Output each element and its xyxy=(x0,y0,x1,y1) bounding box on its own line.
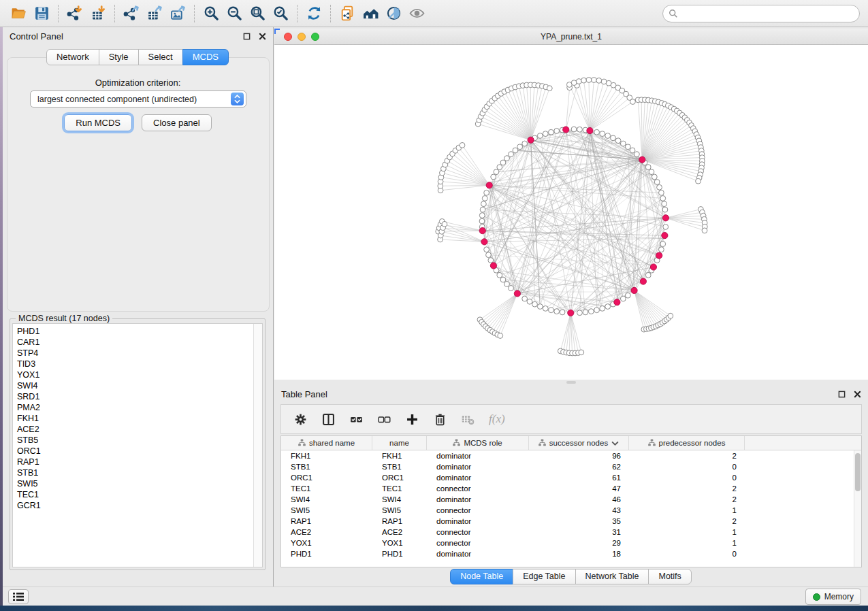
network-node[interactable] xyxy=(509,286,514,291)
network-node[interactable] xyxy=(600,306,605,311)
network-node[interactable] xyxy=(517,144,523,150)
network-node[interactable] xyxy=(460,142,465,148)
delete-button[interactable] xyxy=(433,412,447,427)
gear-button[interactable] xyxy=(293,412,308,427)
export-image-button[interactable] xyxy=(166,3,189,24)
mcds-node[interactable] xyxy=(479,228,485,234)
cell-successor-nodes[interactable]: 35 xyxy=(529,516,629,527)
close-panel-icon[interactable] xyxy=(259,33,266,40)
save-button[interactable] xyxy=(30,3,53,24)
network-node[interactable] xyxy=(645,165,651,170)
network-node[interactable] xyxy=(586,78,592,83)
network-node[interactable] xyxy=(494,169,499,175)
cell-predecessor-nodes[interactable]: 0 xyxy=(629,472,745,483)
mcds-node[interactable] xyxy=(563,127,569,133)
cell-predecessor-nodes[interactable]: 2 xyxy=(629,494,745,505)
cell-MCDS-role[interactable]: dominator xyxy=(427,494,529,505)
table-scrollbar-thumb[interactable] xyxy=(855,453,861,491)
network-node[interactable] xyxy=(554,309,560,314)
cell-MCDS-role[interactable]: dominator xyxy=(427,472,529,483)
cell-shared-name[interactable]: RAP1 xyxy=(281,516,372,527)
task-history-button[interactable] xyxy=(8,589,29,604)
table-row[interactable]: ACE2ACE2connector311 xyxy=(281,527,861,538)
mcds-node[interactable] xyxy=(656,252,662,259)
cell-shared-name[interactable]: PHD1 xyxy=(281,548,372,559)
import-network-button[interactable] xyxy=(63,3,86,24)
mcds-node[interactable] xyxy=(587,127,593,133)
network-node[interactable] xyxy=(500,277,506,282)
cell-shared-name[interactable]: ACE2 xyxy=(281,527,372,538)
network-node[interactable] xyxy=(522,296,528,301)
network-node[interactable] xyxy=(620,141,626,146)
network-node[interactable] xyxy=(668,313,673,318)
mcds-result-item[interactable]: ORC1 xyxy=(17,446,262,457)
cell-MCDS-role[interactable]: connector xyxy=(427,505,529,516)
first-neighbors-button[interactable] xyxy=(359,3,382,24)
table-row[interactable]: SWI5SWI5connector431 xyxy=(281,505,861,516)
cell-successor-nodes[interactable]: 29 xyxy=(529,538,629,548)
network-node[interactable] xyxy=(480,207,485,212)
network-node[interactable] xyxy=(658,247,664,252)
add-button[interactable] xyxy=(405,412,419,427)
cell-shared-name[interactable]: FKH1 xyxy=(281,450,372,461)
network-node[interactable] xyxy=(605,304,611,310)
cell-successor-nodes[interactable]: 43 xyxy=(529,505,629,516)
mcds-node[interactable] xyxy=(481,239,487,245)
network-node[interactable] xyxy=(654,180,660,185)
mcds-node[interactable] xyxy=(639,156,645,163)
run-mcds-button[interactable]: Run MCDS xyxy=(64,114,132,131)
network-node[interactable] xyxy=(662,207,668,212)
mcds-node[interactable] xyxy=(490,263,496,269)
hide-selected-button[interactable] xyxy=(382,3,405,24)
network-node[interactable] xyxy=(658,190,664,195)
horizontal-splitter[interactable] xyxy=(274,380,868,385)
column-header-name[interactable]: name xyxy=(372,436,427,450)
table-row[interactable]: FKH1FKH1dominator962 xyxy=(281,450,861,461)
cell-MCDS-role[interactable]: connector xyxy=(427,527,529,538)
mcds-result-item[interactable]: RAP1 xyxy=(17,457,262,467)
cell-shared-name[interactable]: YOX1 xyxy=(281,538,372,548)
network-node[interactable] xyxy=(504,282,510,287)
table-row[interactable]: SWI4SWI4dominator462 xyxy=(281,494,861,505)
network-node[interactable] xyxy=(488,258,494,263)
optimization-criterion-select[interactable]: largest connected component (undirected) xyxy=(30,90,246,108)
network-node[interactable] xyxy=(479,213,485,218)
network-node[interactable] xyxy=(537,304,543,310)
cell-name[interactable]: ACE2 xyxy=(372,527,427,538)
mcds-node[interactable] xyxy=(662,215,669,221)
network-node[interactable] xyxy=(652,174,657,180)
cell-predecessor-nodes[interactable]: 1 xyxy=(629,538,745,548)
mcds-node[interactable] xyxy=(614,299,620,306)
copy-network-button[interactable] xyxy=(336,3,359,24)
network-node[interactable] xyxy=(581,78,587,83)
network-node[interactable] xyxy=(543,131,548,137)
mcds-result-item[interactable]: STB5 xyxy=(17,435,262,446)
zoom-fit-button[interactable] xyxy=(246,3,269,24)
network-node[interactable] xyxy=(479,218,485,224)
network-node[interactable] xyxy=(509,152,514,157)
cell-MCDS-role[interactable]: connector xyxy=(427,538,529,548)
mcds-result-item[interactable]: STB1 xyxy=(17,467,262,478)
memory-button[interactable]: Memory xyxy=(805,589,861,605)
tab-network-table[interactable]: Network Table xyxy=(575,569,649,584)
network-node[interactable] xyxy=(594,308,600,313)
cell-shared-name[interactable]: ORC1 xyxy=(281,472,372,483)
table-row[interactable]: YOX1YOX1connector291 xyxy=(281,538,861,548)
network-node[interactable] xyxy=(630,99,636,105)
mcds-result-item[interactable]: YOX1 xyxy=(17,369,262,380)
network-node[interactable] xyxy=(571,80,577,86)
network-node[interactable] xyxy=(645,272,651,278)
mcds-node[interactable] xyxy=(486,182,492,188)
mcds-result-item[interactable]: SRD1 xyxy=(17,391,262,402)
search-input[interactable] xyxy=(678,7,859,20)
network-node[interactable] xyxy=(549,308,554,313)
zoom-in-button[interactable] xyxy=(199,3,223,24)
table-row[interactable]: RAP1RAP1dominator352 xyxy=(281,516,861,527)
cell-shared-name[interactable]: SWI4 xyxy=(281,494,372,505)
cell-successor-nodes[interactable]: 96 xyxy=(529,450,629,461)
network-node[interactable] xyxy=(549,129,554,135)
mcds-node[interactable] xyxy=(631,287,637,293)
network-node[interactable] xyxy=(576,79,581,84)
network-node[interactable] xyxy=(611,135,616,141)
refresh-button[interactable] xyxy=(302,3,325,24)
